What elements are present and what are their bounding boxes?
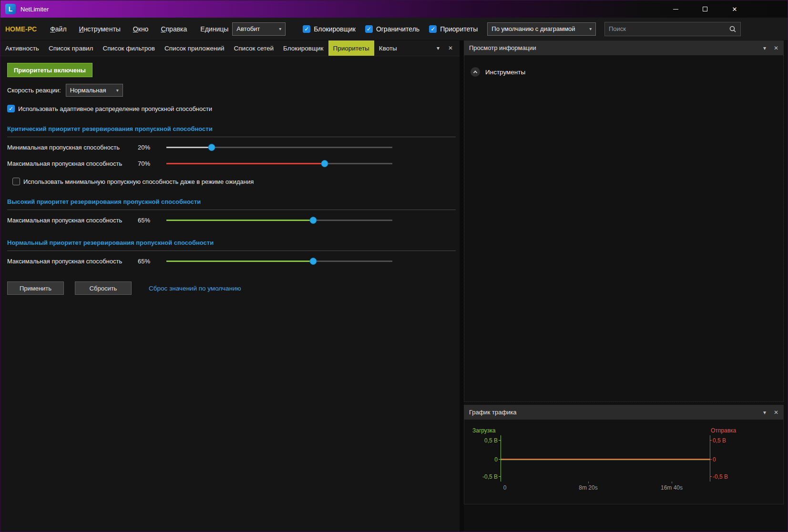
toggle-priorities[interactable]: ✓ Приоритеты (429, 25, 478, 33)
menu-window[interactable]: Окно (133, 25, 149, 33)
units-value: Автобит (236, 25, 260, 32)
limiter-checkbox[interactable]: ✓ (365, 25, 373, 33)
critical-section-title: Критический приоритет резервирования про… (7, 125, 456, 137)
slider-label: Максимальная пропускная способность (7, 217, 138, 224)
slider-thumb[interactable] (208, 144, 215, 151)
tab-overflow-chevron-icon[interactable]: ▾ (437, 45, 440, 51)
menu-file[interactable]: Файл (50, 25, 66, 33)
layout-dropdown[interactable]: По умолчанию с диаграммой ▾ (487, 22, 596, 36)
chevron-up-icon (473, 70, 477, 74)
left-tick-label: 0,5 B (464, 437, 498, 444)
slider-thumb[interactable] (310, 217, 317, 224)
right-tickmark (710, 459, 712, 460)
buttons-row: Применить Сбросить Сброс значений по умо… (7, 281, 456, 295)
traffic-graph-panel: График трафика ▾ ✕ Загрузка Отправка 0,5… (464, 405, 784, 504)
slider-fill (166, 261, 313, 262)
panel-menu-chevron-icon[interactable]: ▾ (763, 409, 766, 416)
chevron-down-icon: ▾ (113, 88, 119, 93)
left-tick-label: -0,5 B (464, 473, 498, 480)
download-series-line (501, 460, 710, 460)
check-icon: ✓ (9, 106, 13, 111)
tab-quotas[interactable]: Квоты (374, 40, 402, 56)
left-tickmark (499, 440, 501, 441)
tab-priorities[interactable]: Приоритеты (328, 40, 374, 56)
tools-expander-label: Инструменты (485, 69, 525, 76)
titlebar: L NetLimiter ✕ (0, 0, 788, 18)
panel-splitter[interactable] (460, 40, 464, 532)
slider-thumb[interactable] (310, 258, 317, 265)
right-axis-line (710, 435, 710, 482)
slider-value: 20% (138, 144, 166, 151)
search-input[interactable] (609, 25, 729, 32)
idle-min-bandwidth-row[interactable]: ✓ Использовать минимальную пропускную сп… (12, 178, 456, 185)
netlimiter-window: L NetLimiter ✕ HOME-PC Файл Инструменты … (0, 0, 788, 532)
minimize-icon (673, 9, 678, 10)
reaction-speed-label: Скорость реакции: (7, 87, 61, 94)
window-title: NetLimiter (20, 6, 49, 13)
info-panel-header: Просмотр информации ▾ ✕ (464, 40, 784, 55)
tab-close-icon[interactable]: ✕ (448, 45, 453, 51)
minimize-button[interactable] (665, 0, 686, 18)
x-tickmark (672, 482, 672, 483)
reset-button[interactable]: Сбросить (75, 281, 132, 295)
tab-network-list[interactable]: Список сетей (229, 40, 279, 56)
toggle-limiter-label: Ограничитель (376, 25, 420, 33)
close-icon: ✕ (732, 6, 737, 13)
tab-activity[interactable]: Активность (0, 40, 44, 56)
tab-filter-list[interactable]: Список фильтров (98, 40, 160, 56)
adaptive-checkbox-label: Использовать адаптивное распределение пр… (18, 105, 212, 112)
idle-checkbox[interactable]: ✓ (12, 178, 20, 185)
high-section-title: Высокий приоритет резервирования пропуск… (7, 198, 456, 210)
right-tickmark (710, 440, 712, 441)
apply-button[interactable]: Применить (7, 281, 64, 295)
info-panel-title: Просмотр информации (469, 44, 536, 51)
upload-series-line (501, 459, 710, 460)
high-max-slider[interactable] (166, 217, 392, 224)
toggle-blocker-label: Блокировщик (314, 25, 356, 33)
left-tick-label: 0 (464, 456, 498, 463)
tools-expander[interactable]: Инструменты (464, 55, 783, 77)
menubar: HOME-PC Файл Инструменты Окно Справка Ед… (0, 18, 788, 40)
tab-strip: АктивностьСписок правилСписок фильтровСп… (0, 40, 402, 56)
slider-thumb[interactable] (321, 160, 328, 167)
slider-fill (166, 163, 325, 164)
close-button[interactable]: ✕ (724, 0, 746, 18)
info-view-panel: Просмотр информации ▾ ✕ Инструменты (464, 40, 784, 402)
collapse-circle-button[interactable] (471, 67, 480, 77)
menu-help[interactable]: Справка (161, 25, 187, 33)
maximize-icon (703, 7, 707, 11)
slider-label: Максимальная пропускная способность (7, 258, 138, 265)
tabbar: АктивностьСписок правилСписок фильтровСп… (0, 40, 460, 56)
tab-blocker[interactable]: Блокировщик (278, 40, 328, 56)
panel-menu-chevron-icon[interactable]: ▾ (763, 45, 766, 51)
toggle-blocker[interactable]: ✓ Блокировщик (303, 25, 356, 33)
toggle-priorities-label: Приоритеты (440, 25, 478, 33)
traffic-chart: Загрузка Отправка 0,5 B 0 -0,5 B 0,5 B 0… (464, 420, 784, 504)
panel-close-icon[interactable]: ✕ (774, 409, 778, 416)
reaction-speed-dropdown[interactable]: Нормальная ▾ (66, 84, 123, 97)
reset-defaults-link[interactable]: Сброс значений по умолчанию (149, 285, 241, 292)
normal-max-slider[interactable] (166, 258, 392, 265)
download-series-label: Загрузка (472, 427, 496, 434)
adaptive-checkbox[interactable]: ✓ (7, 105, 15, 112)
right-column: Просмотр информации ▾ ✕ Инструменты Граф… (464, 40, 784, 504)
adaptive-distribution-row[interactable]: ✓ Использовать адаптивное распределение … (7, 105, 456, 112)
reaction-speed-value: Нормальная (70, 87, 106, 94)
tab-app-list[interactable]: Список приложений (160, 40, 229, 56)
toggle-limiter[interactable]: ✓ Ограничитель (365, 25, 420, 33)
computer-name: HOME-PC (5, 25, 37, 33)
critical-min-slider[interactable] (166, 144, 392, 151)
priorities-enabled-button[interactable]: Приоритеты включены (7, 63, 92, 77)
blocker-checkbox[interactable]: ✓ (303, 25, 310, 33)
units-dropdown[interactable]: Автобит ▾ (232, 22, 286, 36)
slider-value: 65% (138, 258, 166, 265)
slider-fill (166, 220, 313, 221)
content-row: АктивностьСписок правилСписок фильтровСп… (0, 40, 788, 532)
critical-max-slider[interactable] (166, 160, 392, 167)
menu-tools[interactable]: Инструменты (79, 25, 121, 33)
check-icon: ✓ (430, 26, 435, 32)
panel-close-icon[interactable]: ✕ (774, 45, 778, 51)
maximize-button[interactable] (694, 0, 716, 18)
priorities-checkbox[interactable]: ✓ (429, 25, 437, 33)
tab-rule-list[interactable]: Список правил (44, 40, 98, 56)
